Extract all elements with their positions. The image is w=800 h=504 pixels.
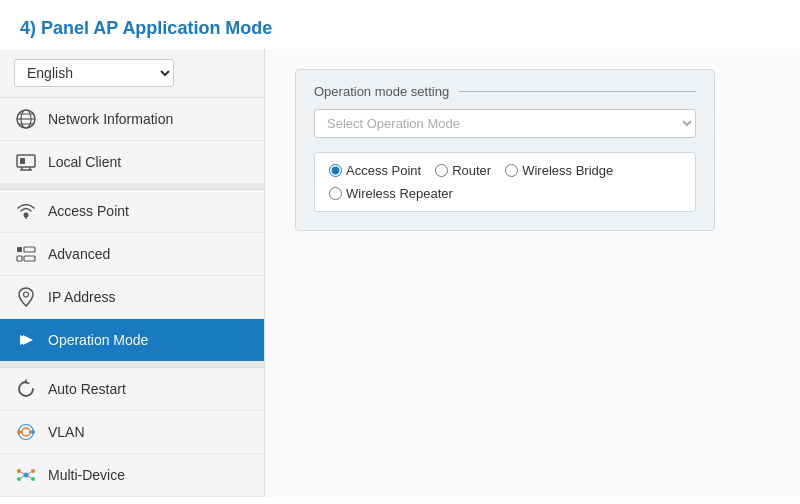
ip-address-icon xyxy=(14,285,38,309)
sidebar-item-access-point-label: Access Point xyxy=(48,203,129,219)
sidebar-item-local-client-label: Local Client xyxy=(48,154,121,170)
sidebar-item-advanced[interactable]: Advanced xyxy=(0,233,264,276)
operation-mode-setting-label: Operation mode setting xyxy=(314,84,696,99)
language-select[interactable]: English 中文 xyxy=(14,59,174,87)
sidebar-item-network-information[interactable]: Network Information xyxy=(0,98,264,141)
sidebar-item-auto-restart[interactable]: Auto Restart xyxy=(0,368,264,411)
sidebar-item-auto-restart-label: Auto Restart xyxy=(48,381,126,397)
operation-mode-radio-group: Access Point Router Wireless Bridge Wire… xyxy=(314,152,696,212)
operation-mode-select[interactable]: Select Operation Mode Access Point Route… xyxy=(314,109,696,138)
sidebar: English 中文 Network Information xyxy=(0,49,265,497)
svg-point-16 xyxy=(24,292,29,297)
sidebar-item-vlan-label: VLAN xyxy=(48,424,85,440)
svg-rect-15 xyxy=(24,256,35,261)
svg-rect-6 xyxy=(20,158,25,164)
svg-marker-18 xyxy=(23,335,33,345)
radio-access-point[interactable]: Access Point xyxy=(329,163,421,178)
sidebar-item-multi-device[interactable]: Multi-Device xyxy=(0,454,264,497)
access-point-icon xyxy=(14,199,38,223)
radio-wireless-repeater-label: Wireless Repeater xyxy=(346,186,453,201)
multi-device-icon xyxy=(14,463,38,487)
svg-point-21 xyxy=(17,430,21,434)
language-selector-wrapper: English 中文 xyxy=(0,49,264,98)
sidebar-item-multi-device-label: Multi-Device xyxy=(48,467,125,483)
sidebar-item-local-client[interactable]: Local Client xyxy=(0,141,264,184)
svg-point-19 xyxy=(22,428,30,436)
operation-mode-icon xyxy=(14,328,38,352)
svg-line-30 xyxy=(21,472,24,474)
radio-router-label: Router xyxy=(452,163,491,178)
operation-mode-box: Operation mode setting Select Operation … xyxy=(295,69,715,231)
svg-line-31 xyxy=(28,472,31,474)
sidebar-item-access-point[interactable]: Access Point xyxy=(0,190,264,233)
svg-rect-13 xyxy=(17,256,22,261)
radio-wireless-repeater[interactable]: Wireless Repeater xyxy=(329,186,453,201)
svg-point-28 xyxy=(17,477,21,481)
svg-point-26 xyxy=(17,469,21,473)
svg-point-29 xyxy=(31,477,35,481)
svg-point-22 xyxy=(31,430,35,434)
network-icon xyxy=(14,107,38,131)
vlan-icon xyxy=(14,420,38,444)
auto-restart-icon xyxy=(14,377,38,401)
radio-access-point-label: Access Point xyxy=(346,163,421,178)
sidebar-item-ip-address[interactable]: IP Address xyxy=(0,276,264,319)
sidebar-item-advanced-label: Advanced xyxy=(48,246,110,262)
svg-point-25 xyxy=(24,473,29,478)
svg-rect-5 xyxy=(17,155,35,167)
sidebar-item-vlan[interactable]: VLAN xyxy=(0,411,264,454)
radio-router[interactable]: Router xyxy=(435,163,491,178)
svg-rect-12 xyxy=(17,247,22,252)
local-client-icon xyxy=(14,150,38,174)
svg-point-27 xyxy=(31,469,35,473)
svg-line-33 xyxy=(28,476,31,478)
sidebar-item-operation-mode[interactable]: Operation Mode xyxy=(0,319,264,362)
advanced-icon xyxy=(14,242,38,266)
radio-wireless-bridge-label: Wireless Bridge xyxy=(522,163,613,178)
sidebar-item-network-information-label: Network Information xyxy=(48,111,173,127)
radio-wireless-bridge[interactable]: Wireless Bridge xyxy=(505,163,613,178)
svg-line-32 xyxy=(21,476,24,478)
sidebar-item-operation-mode-label: Operation Mode xyxy=(48,332,148,348)
content-area: Operation mode setting Select Operation … xyxy=(265,49,800,497)
page-title: 4) Panel AP Application Mode xyxy=(0,0,800,49)
sidebar-item-ip-address-label: IP Address xyxy=(48,289,115,305)
svg-rect-14 xyxy=(24,247,35,252)
